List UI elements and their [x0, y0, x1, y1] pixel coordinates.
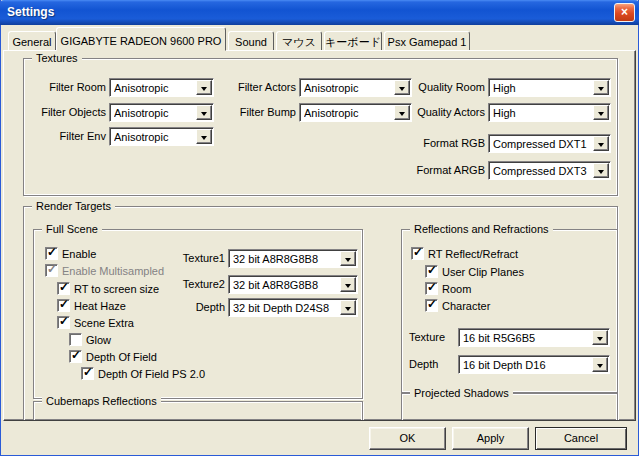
combo-format-argb-value: Compressed DXT3	[493, 165, 592, 177]
combo-reflections-depth[interactable]: 16 bit Depth D16	[458, 355, 610, 374]
chevron-down-icon	[201, 112, 207, 116]
checkmark-icon	[83, 365, 93, 379]
apply-button[interactable]: Apply	[452, 427, 529, 450]
checkbox-box	[425, 299, 438, 312]
group-title-textures: Textures	[32, 52, 82, 65]
checkmark-icon	[413, 245, 423, 259]
combo-format-argb[interactable]: Compressed DXT3	[488, 161, 611, 180]
combo-fullscene-depth[interactable]: 32 bit Depth D24S8	[228, 298, 358, 317]
checkbox-box	[425, 265, 438, 278]
checkmark-icon	[71, 348, 81, 362]
combo-filter-env[interactable]: Anisotropic	[109, 127, 214, 146]
combo-dropdown-button[interactable]	[196, 105, 212, 120]
combo-dropdown-button[interactable]	[593, 80, 609, 95]
tab-sound[interactable]: Sound	[228, 31, 274, 51]
label-filter-actors: Filter Actors	[221, 81, 296, 94]
combo-filter-bump[interactable]: Anisotropic	[299, 103, 412, 122]
tab-gigabyte-radeon-9600-pro[interactable]: GIGABYTE RADEON 9600 PRO	[56, 27, 226, 51]
checkbox-box	[57, 316, 70, 329]
label-filter-bump: Filter Bump	[221, 106, 296, 119]
chevron-down-icon	[345, 307, 351, 311]
label-format-rgb: Format RGB	[403, 137, 485, 150]
chevron-down-icon	[345, 284, 351, 288]
checkmark-icon	[47, 245, 57, 259]
checkbox-label: Room	[442, 283, 471, 296]
combo-format-rgb[interactable]: Compressed DXT1	[488, 134, 611, 153]
combo-dropdown-button[interactable]	[592, 357, 608, 372]
chevron-down-icon	[598, 87, 604, 91]
combo-dropdown-button[interactable]	[593, 105, 609, 120]
combo-format-rgb-value: Compressed DXT1	[493, 138, 592, 150]
label-texture1: Texture1	[161, 252, 225, 265]
group-title-render-targets: Render Targets	[32, 200, 115, 213]
combo-dropdown-button[interactable]	[340, 277, 356, 292]
combo-dropdown-button[interactable]	[340, 251, 356, 266]
combo-filter-room-value: Anisotropic	[114, 82, 195, 94]
tab-general[interactable]: General	[8, 31, 56, 51]
checkmark-icon	[59, 297, 69, 311]
tab-keyboard[interactable]: キーボード	[324, 31, 382, 51]
checkbox-label: Enable Multisampled	[62, 265, 164, 278]
checkmark-icon	[59, 280, 69, 294]
chevron-down-icon	[345, 258, 351, 262]
combo-filter-bump-value: Anisotropic	[304, 107, 393, 119]
checkmark-icon	[427, 297, 437, 311]
label-filter-env: Filter Env	[31, 130, 106, 143]
checkbox-label: RT Reflect/Refract	[428, 248, 518, 261]
label-texture2: Texture2	[161, 278, 225, 291]
combo-reflections-texture-value: 16 bit R5G6B5	[463, 332, 591, 344]
label-quality-actors: Quality Actors	[403, 106, 485, 119]
tab-page: Textures Filter Room Anisotropic Filter …	[3, 50, 636, 421]
label-fullscene-depth: Depth	[161, 301, 225, 314]
tab-psx-gamepad-1[interactable]: Psx Gamepad 1	[384, 31, 470, 51]
combo-filter-room[interactable]: Anisotropic	[109, 78, 214, 97]
combo-dropdown-button[interactable]	[196, 80, 212, 95]
checkbox-box	[57, 299, 70, 312]
ok-button[interactable]: OK	[369, 427, 446, 450]
combo-filter-actors[interactable]: Anisotropic	[299, 78, 412, 97]
tab-mouse[interactable]: マウス	[276, 31, 322, 51]
chevron-down-icon	[598, 112, 604, 116]
combo-filter-actors-value: Anisotropic	[304, 82, 393, 94]
settings-dialog: Settings × General GIGABYTE RADEON 9600 …	[0, 0, 639, 456]
checkbox-box	[81, 367, 94, 380]
combo-quality-actors[interactable]: High	[488, 103, 611, 122]
combo-dropdown-button[interactable]	[592, 330, 608, 345]
combo-texture1[interactable]: 32 bit A8R8G8B8	[228, 249, 358, 268]
window-title: Settings	[7, 5, 54, 19]
combo-quality-room-value: High	[493, 82, 592, 94]
checkbox-label: Heat Haze	[74, 300, 126, 313]
checkbox-label: Depth Of Field PS 2.0	[98, 368, 205, 381]
titlebar[interactable]: Settings ×	[0, 0, 639, 25]
combo-dropdown-button[interactable]	[196, 129, 212, 144]
checkmark-icon	[47, 262, 57, 276]
combo-texture2[interactable]: 32 bit A8R8G8B8	[228, 275, 358, 294]
chevron-down-icon	[598, 170, 604, 174]
checkmark-icon	[59, 314, 69, 328]
checkbox-label: Character	[442, 300, 490, 313]
close-button[interactable]: ×	[614, 3, 635, 22]
combo-dropdown-button[interactable]	[593, 136, 609, 151]
chevron-down-icon	[597, 337, 603, 341]
checkbox-box	[45, 264, 58, 277]
combo-fullscene-depth-value: 32 bit Depth D24S8	[233, 302, 339, 314]
combo-quality-room[interactable]: High	[488, 78, 611, 97]
cancel-button[interactable]: Cancel	[535, 427, 627, 450]
combo-filter-objects[interactable]: Anisotropic	[109, 103, 214, 122]
label-format-argb: Format ARGB	[403, 164, 485, 177]
combo-reflections-texture[interactable]: 16 bit R5G6B5	[458, 328, 610, 347]
group-title-projected-shadows: Projected Shadows	[410, 387, 513, 400]
checkbox-label: User Clip Planes	[442, 266, 524, 279]
checkbox-box	[425, 282, 438, 295]
checkbox-label: Depth Of Field	[86, 351, 157, 364]
group-cubemaps-reflections: Cubemaps Reflections	[33, 401, 363, 421]
close-icon: ×	[621, 5, 628, 19]
label-reflections-depth: Depth	[409, 358, 438, 371]
checkmark-icon	[427, 280, 437, 294]
chevron-down-icon	[597, 364, 603, 368]
combo-dropdown-button[interactable]	[340, 300, 356, 315]
checkbox-label: RT to screen size	[74, 283, 159, 296]
combo-dropdown-button[interactable]	[593, 163, 609, 178]
checkbox-box	[69, 333, 82, 346]
group-title-cubemaps: Cubemaps Reflections	[42, 395, 161, 408]
